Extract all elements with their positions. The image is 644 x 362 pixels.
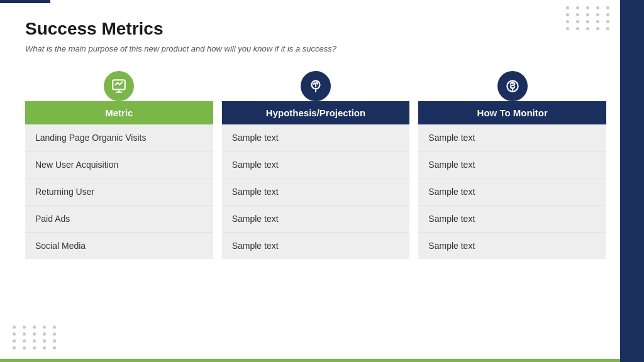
metric-row-4: Paid Ads <box>25 206 213 233</box>
chart-icon <box>111 78 127 94</box>
metric-body: Landing Page Organic Visits New User Acq… <box>25 124 213 259</box>
slide: Success Metrics What is the main purpose… <box>0 0 644 362</box>
monitor-body: Sample text Sample text Sample text Samp… <box>418 124 606 259</box>
metric-row-1: Landing Page Organic Visits <box>25 124 213 151</box>
hypothesis-row-1: Sample text <box>222 124 410 151</box>
monitor-column: How To Monitor Sample text Sample text S… <box>418 71 606 259</box>
hypothesis-row-3: Sample text <box>222 178 410 206</box>
monitor-header: How To Monitor <box>418 101 606 124</box>
top-accent <box>0 0 50 3</box>
subtitle: What is the main purpose of this new pro… <box>25 44 606 53</box>
monitor-row-5: Sample text <box>418 233 606 259</box>
metric-row-5: Social Media <box>25 233 213 259</box>
head-icon <box>308 78 324 94</box>
metric-column: Metric Landing Page Organic Visits New U… <box>25 71 213 259</box>
main-content: Success Metrics What is the main purpose… <box>25 19 606 259</box>
table-area: Metric Landing Page Organic Visits New U… <box>25 71 606 259</box>
page-title: Success Metrics <box>25 19 606 39</box>
monitor-icon-circle <box>497 71 528 101</box>
hypothesis-body: Sample text Sample text Sample text Samp… <box>222 124 410 259</box>
hypothesis-column: Hypothesis/Projection Sample text Sample… <box>222 71 410 259</box>
hypothesis-row-4: Sample text <box>222 206 410 233</box>
metric-row-3: Returning User <box>25 178 213 206</box>
dots-bottom-right <box>563 326 609 349</box>
metric-icon-wrapper <box>25 71 213 101</box>
monitor-icon <box>504 78 521 94</box>
monitor-row-3: Sample text <box>418 178 606 206</box>
monitor-row-4: Sample text <box>418 206 606 233</box>
hypothesis-header: Hypothesis/Projection <box>222 101 410 124</box>
monitor-icon-wrapper <box>418 71 606 101</box>
monitor-row-2: Sample text <box>418 151 606 178</box>
bottom-accent <box>0 359 620 362</box>
hypothesis-row-2: Sample text <box>222 151 410 178</box>
hypothesis-icon-circle <box>301 71 331 101</box>
hypothesis-row-5: Sample text <box>222 233 410 259</box>
dots-bottom-left <box>13 326 59 349</box>
metric-row-2: New User Acquisition <box>25 151 213 178</box>
metric-icon-circle <box>104 71 134 101</box>
hypothesis-icon-wrapper <box>222 71 410 101</box>
monitor-row-1: Sample text <box>418 124 606 151</box>
metric-header: Metric <box>25 101 213 124</box>
right-panel <box>620 0 644 362</box>
